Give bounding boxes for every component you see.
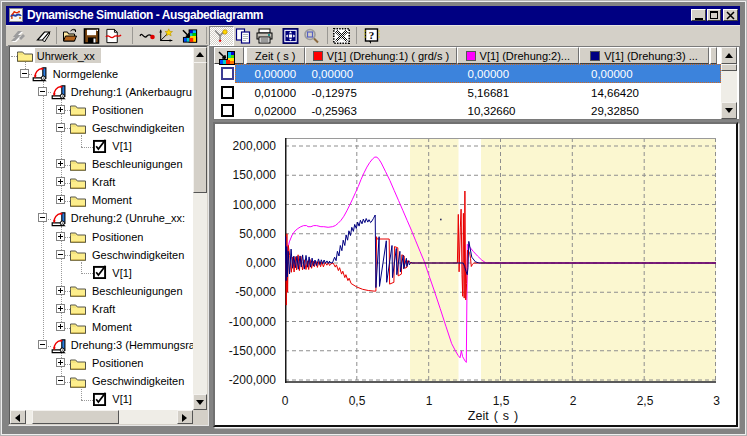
svg-text:?: ? bbox=[368, 29, 374, 41]
